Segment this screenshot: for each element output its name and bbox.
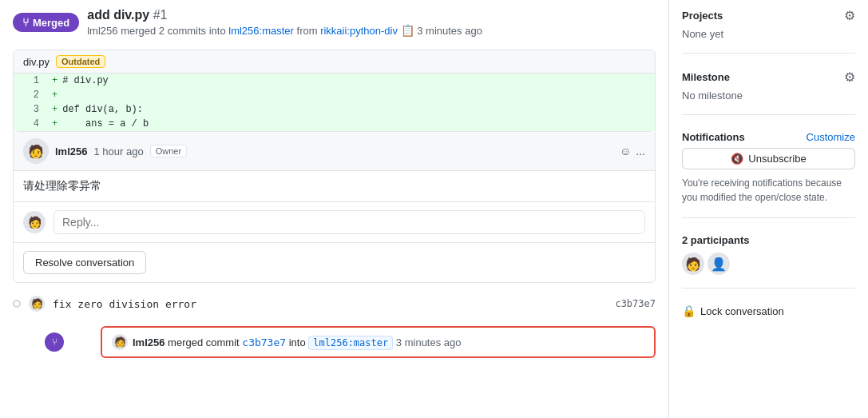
comment-body: 请处理除零异常 — [14, 171, 655, 201]
participant-avatar-2[interactable]: 👤 — [707, 253, 730, 275]
code-line-4: 4 + ans = a / b — [14, 117, 655, 131]
reply-input[interactable] — [54, 210, 645, 234]
merge-icon: ⑂ — [22, 16, 29, 29]
participants-list: 🧑 👤 — [682, 253, 855, 275]
comment-author: lml256 — [55, 145, 87, 157]
merged-commit-hash[interactable]: c3b73e7 — [242, 336, 286, 348]
comment-area: 🧑 lml256 1 hour ago Owner ☺ ... 请处理除零异常 … — [14, 131, 655, 282]
base-branch-link[interactable]: lml256:master — [228, 25, 294, 37]
participants-title: 2 participants — [682, 234, 750, 246]
notifications-title: Notifications — [682, 131, 745, 143]
commit-row: 🧑 fix zero division error c3b73e7 — [13, 296, 656, 312]
unsubscribe-button[interactable]: 🔇 🔇 Unsubscribe Unsubscribe — [682, 148, 855, 169]
pr-meta: lml256 merged 2 commits into lml256:mast… — [87, 24, 482, 37]
commit-hash: c3b73e7 — [615, 298, 656, 309]
filename: div.py — [23, 56, 50, 68]
lock-conversation-button[interactable]: 🔒 Lock conversation — [682, 305, 784, 317]
more-action[interactable]: ... — [636, 145, 645, 157]
sidebar-participants: 2 participants 🧑 👤 — [682, 234, 855, 289]
projects-header: Projects ⚙ — [682, 8, 855, 23]
pr-title-area: add div.py #1 lml256 merged 2 commits in… — [87, 8, 482, 37]
code-table: 1 +# div.py 2 + 3 +def div(a, b): 4 + an… — [14, 74, 655, 131]
sidebar-projects: Projects ⚙ None yet — [682, 8, 855, 54]
lock-icon: 🔒 — [682, 305, 696, 317]
customize-link[interactable]: Customize — [807, 131, 855, 143]
code-line-2: 2 + — [14, 88, 655, 102]
sidebar-milestone: Milestone ⚙ No milestone — [682, 70, 855, 115]
merged-badge: ⑂ Merged — [13, 13, 79, 32]
code-line-3: 3 +def div(a, b): — [14, 102, 655, 117]
notification-reason: You're receiving notifications because y… — [682, 176, 855, 205]
milestone-value: No milestone — [682, 90, 855, 102]
sidebar-notifications: Notifications Customize 🔇 🔇 Unsubscribe … — [682, 131, 855, 218]
comment-actions[interactable]: ☺ ... — [620, 145, 645, 157]
merged-commit-user: lml256 — [133, 336, 164, 348]
commit-message: fix zero division error — [53, 298, 196, 310]
code-line-1: 1 +# div.py — [14, 74, 655, 88]
commit-author-avatar: 🧑 — [29, 296, 45, 312]
projects-gear-icon[interactable]: ⚙ — [844, 8, 855, 23]
head-branch-link[interactable]: rikkaii:python-div — [320, 25, 398, 37]
owner-badge: Owner — [150, 145, 187, 157]
notifications-header: Notifications Customize — [682, 131, 855, 143]
merged-commit-wrapper: ⑂ 🧑 lml256 merged commit c3b73e7 into lm… — [45, 318, 656, 366]
comment-time: 1 hour ago — [93, 145, 143, 157]
sidebar: Projects ⚙ None yet Milestone ⚙ No miles… — [668, 0, 868, 418]
projects-title: Projects — [682, 10, 723, 22]
resolve-button[interactable]: Resolve conversation — [23, 251, 146, 274]
participants-header: 2 participants — [682, 234, 855, 246]
merge-commit-icon: ⑂ — [45, 332, 64, 352]
reply-avatar: 🧑 — [23, 211, 46, 233]
comment-author-avatar: 🧑 — [23, 138, 49, 164]
emoji-action[interactable]: ☺ — [620, 145, 631, 157]
clipboard-icon[interactable]: 📋 — [401, 24, 414, 37]
sidebar-lock: 🔒 Lock conversation — [682, 305, 855, 330]
merged-commit-text: lml256 merged commit c3b73e7 into lml256… — [133, 336, 462, 348]
milestone-gear-icon[interactable]: ⚙ — [844, 70, 855, 85]
code-file-header: div.py Outdated — [14, 50, 655, 74]
merged-commit-row: 🧑 lml256 merged commit c3b73e7 into lml2… — [101, 326, 656, 358]
bell-mute-icon: 🔇 — [731, 153, 743, 165]
comment-header: 🧑 lml256 1 hour ago Owner ☺ ... — [14, 132, 655, 171]
merged-commit-branch[interactable]: lml256:master — [308, 336, 393, 350]
projects-value: None yet — [682, 28, 855, 40]
milestone-title: Milestone — [682, 71, 730, 83]
pr-header: ⑂ Merged add div.py #1 lml256 merged 2 c… — [13, 8, 656, 37]
participant-avatar-1[interactable]: 🧑 — [682, 253, 704, 275]
milestone-header: Milestone ⚙ — [682, 70, 855, 85]
merged-commit-avatar: 🧑 — [112, 334, 128, 350]
commit-dot — [13, 300, 21, 308]
reply-section: 🧑 — [14, 201, 655, 242]
resolve-section: Resolve conversation — [14, 242, 655, 282]
pr-title: add div.py #1 — [87, 8, 482, 22]
merged-commit-time: 3 minutes ago — [396, 336, 462, 348]
outdated-badge: Outdated — [56, 55, 105, 68]
code-section: div.py Outdated 1 +# div.py 2 + 3 +def d… — [13, 50, 656, 283]
